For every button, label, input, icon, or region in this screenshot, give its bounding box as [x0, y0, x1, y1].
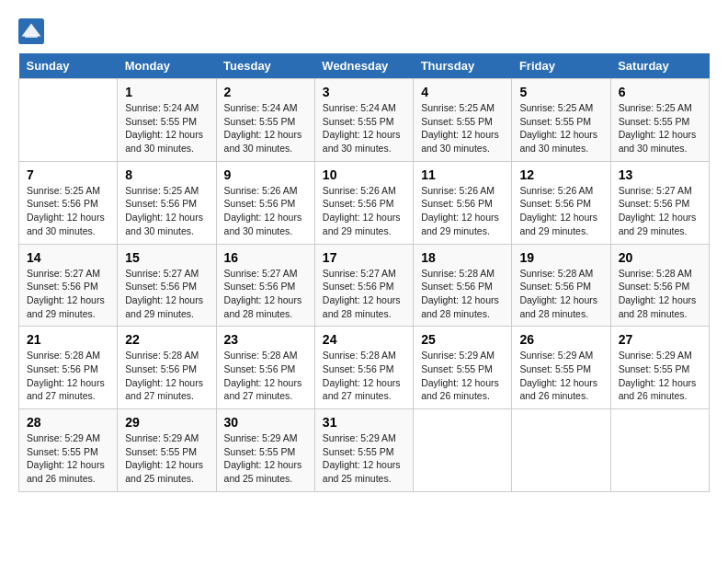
- day-number: 8: [125, 167, 208, 182]
- calendar-cell: 22Sunrise: 5:28 AM Sunset: 5:56 PM Dayli…: [118, 327, 216, 409]
- weekday-header-tuesday: Tuesday: [216, 53, 314, 79]
- day-info: Sunrise: 5:29 AM Sunset: 5:55 PM Dayligh…: [27, 431, 109, 486]
- day-info: Sunrise: 5:28 AM Sunset: 5:56 PM Dayligh…: [421, 267, 504, 321]
- day-info: Sunrise: 5:25 AM Sunset: 5:56 PM Dayligh…: [27, 184, 109, 238]
- day-number: 2: [224, 85, 307, 99]
- day-info: Sunrise: 5:27 AM Sunset: 5:56 PM Dayligh…: [125, 267, 208, 321]
- weekday-header-saturday: Saturday: [610, 53, 709, 79]
- day-number: 6: [619, 85, 701, 99]
- day-number: 29: [125, 415, 208, 430]
- day-info: Sunrise: 5:27 AM Sunset: 5:56 PM Dayligh…: [619, 184, 701, 238]
- day-number: 14: [27, 250, 109, 265]
- day-info: Sunrise: 5:24 AM Sunset: 5:55 PM Dayligh…: [323, 101, 405, 155]
- calendar-body: 1Sunrise: 5:24 AM Sunset: 5:55 PM Daylig…: [19, 79, 710, 492]
- day-number: 12: [519, 167, 602, 182]
- day-number: 22: [125, 332, 208, 347]
- day-info: Sunrise: 5:28 AM Sunset: 5:56 PM Dayligh…: [323, 349, 405, 403]
- day-number: 20: [619, 250, 701, 265]
- day-number: 1: [125, 85, 208, 99]
- calendar-cell: 15Sunrise: 5:27 AM Sunset: 5:56 PM Dayli…: [118, 244, 216, 327]
- day-number: 7: [27, 167, 109, 182]
- calendar-cell: 6Sunrise: 5:25 AM Sunset: 5:55 PM Daylig…: [610, 79, 709, 162]
- day-info: Sunrise: 5:26 AM Sunset: 5:56 PM Dayligh…: [323, 184, 405, 238]
- day-info: Sunrise: 5:24 AM Sunset: 5:55 PM Dayligh…: [125, 101, 208, 155]
- day-info: Sunrise: 5:27 AM Sunset: 5:56 PM Dayligh…: [224, 267, 307, 321]
- day-number: 24: [323, 332, 405, 347]
- weekday-header-monday: Monday: [118, 53, 216, 79]
- weekday-header-thursday: Thursday: [414, 53, 512, 79]
- calendar-cell: 20Sunrise: 5:28 AM Sunset: 5:56 PM Dayli…: [610, 244, 709, 327]
- calendar-cell: 23Sunrise: 5:28 AM Sunset: 5:56 PM Dayli…: [216, 327, 314, 409]
- logo: [18, 18, 48, 44]
- day-number: 5: [519, 85, 602, 99]
- day-number: 31: [323, 415, 405, 430]
- day-info: Sunrise: 5:25 AM Sunset: 5:56 PM Dayligh…: [125, 184, 208, 238]
- calendar-cell: 7Sunrise: 5:25 AM Sunset: 5:56 PM Daylig…: [19, 161, 118, 244]
- calendar-cell: [414, 409, 512, 492]
- svg-rect-2: [25, 35, 38, 38]
- day-number: 13: [619, 167, 701, 182]
- day-number: 25: [421, 332, 504, 347]
- logo-icon: [18, 18, 44, 44]
- weekday-header-wednesday: Wednesday: [314, 53, 413, 79]
- calendar-cell: 2Sunrise: 5:24 AM Sunset: 5:55 PM Daylig…: [216, 79, 314, 162]
- day-number: 21: [27, 332, 109, 347]
- calendar-cell: [19, 79, 118, 162]
- calendar-week-3: 14Sunrise: 5:27 AM Sunset: 5:56 PM Dayli…: [19, 244, 710, 327]
- calendar-cell: [512, 409, 610, 492]
- day-info: Sunrise: 5:27 AM Sunset: 5:56 PM Dayligh…: [27, 267, 109, 321]
- day-info: Sunrise: 5:25 AM Sunset: 5:55 PM Dayligh…: [519, 101, 602, 155]
- calendar-cell: 24Sunrise: 5:28 AM Sunset: 5:56 PM Dayli…: [314, 327, 413, 409]
- calendar-cell: 17Sunrise: 5:27 AM Sunset: 5:56 PM Dayli…: [314, 244, 413, 327]
- day-info: Sunrise: 5:29 AM Sunset: 5:55 PM Dayligh…: [619, 349, 701, 403]
- calendar-week-4: 21Sunrise: 5:28 AM Sunset: 5:56 PM Dayli…: [19, 327, 710, 409]
- day-number: 10: [323, 167, 405, 182]
- day-info: Sunrise: 5:26 AM Sunset: 5:56 PM Dayligh…: [224, 184, 307, 238]
- calendar-cell: 16Sunrise: 5:27 AM Sunset: 5:56 PM Dayli…: [216, 244, 314, 327]
- day-info: Sunrise: 5:28 AM Sunset: 5:56 PM Dayligh…: [519, 267, 602, 321]
- weekday-header-sunday: Sunday: [19, 53, 118, 79]
- calendar-week-5: 28Sunrise: 5:29 AM Sunset: 5:55 PM Dayli…: [19, 409, 710, 492]
- calendar-cell: 26Sunrise: 5:29 AM Sunset: 5:55 PM Dayli…: [512, 327, 610, 409]
- day-number: 19: [519, 250, 602, 265]
- calendar-cell: 18Sunrise: 5:28 AM Sunset: 5:56 PM Dayli…: [414, 244, 512, 327]
- day-info: Sunrise: 5:28 AM Sunset: 5:56 PM Dayligh…: [27, 349, 109, 403]
- calendar-cell: 3Sunrise: 5:24 AM Sunset: 5:55 PM Daylig…: [314, 79, 413, 162]
- day-info: Sunrise: 5:28 AM Sunset: 5:56 PM Dayligh…: [125, 349, 208, 403]
- calendar-cell: 5Sunrise: 5:25 AM Sunset: 5:55 PM Daylig…: [512, 79, 610, 162]
- day-number: 15: [125, 250, 208, 265]
- day-number: 11: [421, 167, 504, 182]
- page-header: [18, 18, 710, 44]
- calendar-cell: 8Sunrise: 5:25 AM Sunset: 5:56 PM Daylig…: [118, 161, 216, 244]
- calendar-cell: [610, 409, 709, 492]
- calendar-cell: 31Sunrise: 5:29 AM Sunset: 5:55 PM Dayli…: [314, 409, 413, 492]
- calendar-week-1: 1Sunrise: 5:24 AM Sunset: 5:55 PM Daylig…: [19, 79, 710, 162]
- day-number: 17: [323, 250, 405, 265]
- day-number: 23: [224, 332, 307, 347]
- calendar-cell: 14Sunrise: 5:27 AM Sunset: 5:56 PM Dayli…: [19, 244, 118, 327]
- calendar-cell: 21Sunrise: 5:28 AM Sunset: 5:56 PM Dayli…: [19, 327, 118, 409]
- day-number: 27: [619, 332, 701, 347]
- day-info: Sunrise: 5:25 AM Sunset: 5:55 PM Dayligh…: [421, 101, 504, 155]
- day-info: Sunrise: 5:28 AM Sunset: 5:56 PM Dayligh…: [619, 267, 701, 321]
- day-number: 9: [224, 167, 307, 182]
- calendar-cell: 28Sunrise: 5:29 AM Sunset: 5:55 PM Dayli…: [19, 409, 118, 492]
- calendar-week-2: 7Sunrise: 5:25 AM Sunset: 5:56 PM Daylig…: [19, 161, 710, 244]
- day-info: Sunrise: 5:29 AM Sunset: 5:55 PM Dayligh…: [224, 431, 307, 486]
- day-info: Sunrise: 5:28 AM Sunset: 5:56 PM Dayligh…: [224, 349, 307, 403]
- calendar-cell: 29Sunrise: 5:29 AM Sunset: 5:55 PM Dayli…: [118, 409, 216, 492]
- day-info: Sunrise: 5:24 AM Sunset: 5:55 PM Dayligh…: [224, 101, 307, 155]
- day-number: 30: [224, 415, 307, 430]
- calendar-header: SundayMondayTuesdayWednesdayThursdayFrid…: [19, 53, 710, 79]
- calendar-cell: 10Sunrise: 5:26 AM Sunset: 5:56 PM Dayli…: [314, 161, 413, 244]
- calendar-cell: 12Sunrise: 5:26 AM Sunset: 5:56 PM Dayli…: [512, 161, 610, 244]
- calendar-table: SundayMondayTuesdayWednesdayThursdayFrid…: [18, 53, 710, 492]
- day-number: 28: [27, 415, 109, 430]
- day-number: 18: [421, 250, 504, 265]
- day-number: 4: [421, 85, 504, 99]
- day-info: Sunrise: 5:26 AM Sunset: 5:56 PM Dayligh…: [421, 184, 504, 238]
- calendar-cell: 13Sunrise: 5:27 AM Sunset: 5:56 PM Dayli…: [610, 161, 709, 244]
- calendar-cell: 19Sunrise: 5:28 AM Sunset: 5:56 PM Dayli…: [512, 244, 610, 327]
- day-info: Sunrise: 5:29 AM Sunset: 5:55 PM Dayligh…: [323, 431, 405, 486]
- day-info: Sunrise: 5:26 AM Sunset: 5:56 PM Dayligh…: [519, 184, 602, 238]
